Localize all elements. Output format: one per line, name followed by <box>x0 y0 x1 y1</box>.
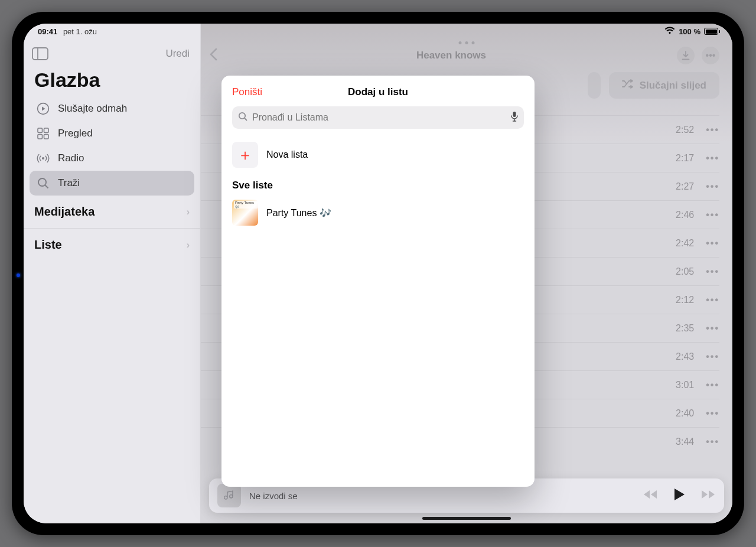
svg-point-10 <box>239 113 245 119</box>
new-playlist-row[interactable]: ＋ Nova lista <box>232 137 524 172</box>
modal-layer: Poništi Dodaj u listu ＋ Nova lista Sve l… <box>24 24 732 523</box>
playlist-search[interactable] <box>232 106 524 129</box>
playlist-search-input[interactable] <box>252 112 506 123</box>
all-playlists-heading: Sve liste <box>232 180 524 191</box>
cancel-button[interactable]: Poništi <box>232 86 262 98</box>
playlist-thumb: Party Tunes 🎶 <box>232 200 258 226</box>
search-icon <box>238 112 247 123</box>
screen: 09:41 pet 1. ožu 100 % Uredi Glazba <box>24 24 732 523</box>
dictation-icon[interactable] <box>511 111 518 124</box>
plus-box: ＋ <box>232 142 258 168</box>
svg-line-11 <box>245 118 247 121</box>
playlist-name: Party Tunes 🎶 <box>266 207 331 219</box>
add-to-playlist-modal: Poništi Dodaj u listu ＋ Nova lista Sve l… <box>221 76 535 487</box>
new-playlist-label: Nova lista <box>266 149 308 160</box>
device-frame: 09:41 pet 1. ožu 100 % Uredi Glazba <box>12 12 744 535</box>
plus-icon: ＋ <box>237 145 253 165</box>
playlist-row[interactable]: Party Tunes 🎶Party Tunes 🎶 <box>232 195 524 230</box>
modal-title: Dodaj u listu <box>348 86 408 98</box>
svg-rect-12 <box>513 112 516 117</box>
camera-indicator <box>17 274 20 277</box>
